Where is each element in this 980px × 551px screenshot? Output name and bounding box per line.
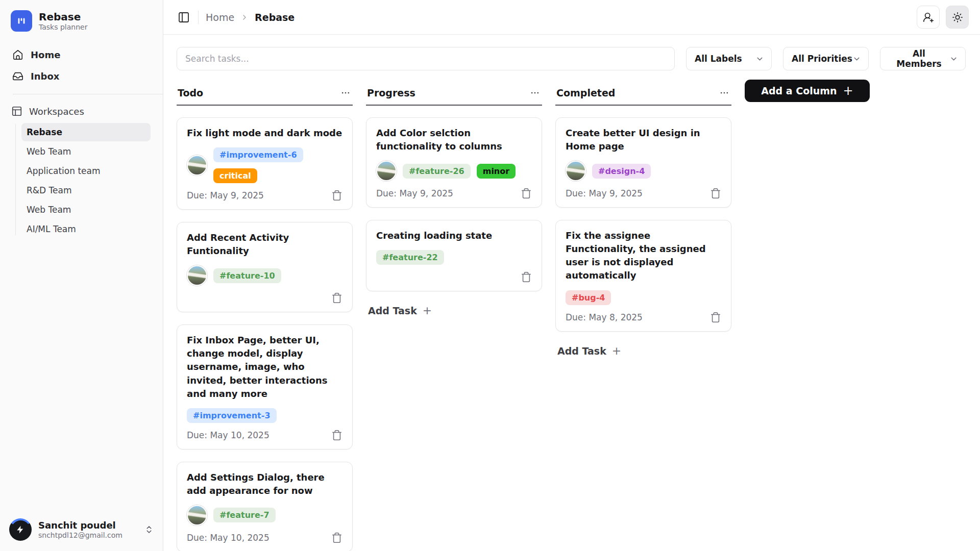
user-email: snchtpdl12@gmail.com [38, 531, 122, 539]
workspace-item-rebase[interactable]: Rebase [21, 123, 151, 141]
task-labels: #bug-4 [566, 290, 611, 305]
label-bug: #bug-4 [566, 290, 611, 305]
delete-task-button[interactable] [521, 271, 532, 283]
trash-icon [710, 188, 721, 199]
label-improvement: #improvement-6 [213, 147, 303, 162]
workspaces-icon [11, 106, 22, 117]
delete-task-button[interactable] [331, 532, 342, 543]
sidebar-item-inbox[interactable]: Inbox [0, 65, 163, 87]
task-card[interactable]: Add Settings Dialog, there add appearanc… [177, 462, 353, 551]
workspace-list: RebaseWeb TeamApplication teamR&D TeamWe… [0, 123, 163, 238]
brand: Rebase Tasks planner [0, 10, 163, 44]
plus-icon: + [843, 85, 853, 97]
workspace-item-ai-ml-team[interactable]: AI/ML Team [21, 220, 151, 238]
chevron-right-icon [240, 13, 249, 21]
user-profile[interactable]: Sanchit poudel snchtpdl12@gmail.com [0, 511, 163, 551]
task-meta: #improvement-3 [187, 408, 342, 423]
trash-icon [331, 430, 342, 441]
delete-task-button[interactable] [331, 292, 342, 304]
task-card[interactable]: Add Recent Activity Funtionality#feature… [177, 222, 353, 312]
assignee-avatar [187, 265, 207, 286]
label-design: #design-4 [592, 164, 651, 179]
delete-task-button[interactable] [710, 188, 721, 199]
filter-all-members[interactable]: All Members [880, 47, 966, 70]
column-menu-button[interactable] [718, 87, 730, 99]
trash-icon [710, 312, 721, 323]
workspace-item-web-team[interactable]: Web Team [21, 201, 151, 219]
filter-label: All Priorities [792, 54, 852, 64]
sidebar-item-label: Inbox [31, 71, 59, 82]
task-meta: #improvement-6critical [187, 147, 342, 183]
workspace-item-r-d-team[interactable]: R&D Team [21, 181, 151, 199]
task-labels: #design-4 [592, 164, 651, 179]
assignee-avatar [376, 161, 397, 181]
task-footer: Due: May 9, 2025 [566, 186, 721, 201]
workspace-item-web-team[interactable]: Web Team [21, 142, 151, 161]
task-card[interactable]: Create better UI design in Home page#des… [555, 117, 731, 208]
task-footer [376, 270, 532, 284]
home-icon [12, 49, 23, 60]
workspace-item-application-team[interactable]: Application team [21, 162, 151, 180]
task-card[interactable]: Add Color selction functionality to colu… [366, 117, 542, 208]
task-labels: #feature-26minor [403, 164, 516, 179]
theme-toggle-button[interactable] [946, 6, 969, 29]
trash-icon [331, 190, 342, 201]
sidebar-toggle-icon[interactable] [177, 10, 191, 24]
column-menu-button[interactable] [529, 87, 541, 99]
delete-task-button[interactable] [710, 312, 721, 323]
app-root: Rebase Tasks planner HomeInbox Workspace… [0, 0, 980, 551]
app-name: Rebase [39, 11, 87, 23]
column-header: Todo [177, 87, 353, 106]
card-list: Add Color selction functionality to colu… [366, 117, 542, 291]
due-date: Due: May 9, 2025 [566, 188, 643, 198]
task-meta: #feature-10 [187, 265, 342, 286]
add-task-button[interactable]: Add Task+ [366, 305, 542, 316]
column-todo: TodoFix light mode and dark mode#improve… [177, 87, 353, 551]
task-footer: Due: May 9, 2025 [376, 186, 532, 201]
chevrons-up-down-icon[interactable] [144, 525, 154, 534]
label-critical: critical [213, 168, 257, 183]
due-date: Due: May 10, 2025 [187, 533, 270, 543]
inbox-icon [12, 70, 23, 82]
task-footer: Due: May 8, 2025 [566, 310, 721, 324]
column-title: Completed [556, 87, 615, 98]
add-column-button[interactable]: Add a Column + [745, 80, 870, 102]
add-task-label: Add Task [557, 345, 606, 357]
kanban-board: TodoFix light mode and dark mode#improve… [163, 70, 980, 551]
filter-label: All Labels [695, 54, 742, 64]
filter-all-labels[interactable]: All Labels [686, 47, 772, 70]
task-labels: #improvement-6critical [213, 147, 342, 183]
task-meta: #feature-22 [376, 250, 532, 265]
task-meta: #feature-26minor [376, 161, 532, 181]
trash-icon [521, 271, 532, 283]
workspaces-header: Workspaces [0, 104, 163, 123]
due-date: Due: May 9, 2025 [376, 188, 453, 198]
delete-task-button[interactable] [521, 188, 532, 199]
delete-task-button[interactable] [331, 190, 342, 201]
task-card[interactable]: Fix Inbox Page, better UI, change model,… [177, 324, 353, 449]
task-card[interactable]: Creating loading state#feature-22 [366, 220, 542, 291]
invite-member-button[interactable] [917, 6, 940, 29]
task-card[interactable]: Fix light mode and dark mode#improvement… [177, 117, 353, 210]
sidebar-item-home[interactable]: Home [0, 44, 163, 65]
add-task-label: Add Task [368, 305, 417, 316]
plus-icon: + [423, 305, 432, 316]
filter-all-priorities[interactable]: All Priorities [783, 47, 869, 70]
breadcrumb-home[interactable]: Home [206, 12, 234, 23]
label-feature: #feature-7 [213, 508, 276, 522]
trash-icon [521, 188, 532, 199]
search-input[interactable] [177, 47, 675, 70]
label-minor: minor [477, 164, 516, 179]
delete-task-button[interactable] [331, 430, 342, 441]
task-labels: #feature-10 [213, 268, 281, 283]
due-date: Due: May 10, 2025 [187, 430, 270, 440]
ellipsis-icon [719, 88, 729, 98]
add-task-button[interactable]: Add Task+ [555, 345, 731, 357]
column-menu-button[interactable] [339, 87, 352, 99]
breadcrumb: Home Rebase [206, 12, 295, 23]
filter-row: All LabelsAll PrioritiesAll Members [163, 35, 980, 70]
sidebar-divider [13, 94, 163, 94]
filter-label: All Members [889, 48, 949, 69]
task-labels: #feature-22 [376, 250, 444, 265]
task-card[interactable]: Fix the assignee Functionality, the assi… [555, 220, 731, 331]
